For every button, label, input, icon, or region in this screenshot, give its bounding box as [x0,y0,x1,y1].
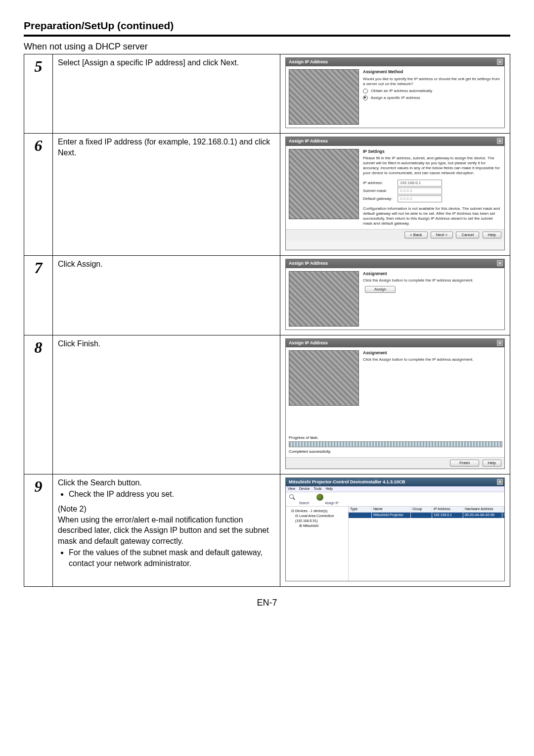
step-instruction: Click the Search button. Check the IP ad… [53,474,280,587]
dialog-title-bar: Assign IP Address × [286,259,504,268]
grid-header: Type Name Group IP Address Hardware Addr… [349,507,504,513]
device-grid: Type Name Group IP Address Hardware Addr… [349,507,504,581]
search-icon[interactable] [289,494,296,501]
dialog-title: Assign IP Address [289,261,328,266]
step-screenshot: Mitsubishi Projector-Control DeviceInsta… [280,474,510,587]
tree-leaf-label: Mitsubishi [303,524,318,527]
col-type[interactable]: Type [349,507,372,512]
config-note: Configuration information is not availab… [363,206,501,226]
default-gateway-input[interactable]: 0.0.0.0 [398,195,442,202]
dialog-button-row: < Back Next > Cancel Help [286,229,504,240]
menu-view[interactable]: View [288,487,295,490]
cell-name: Mitsubishi Projector [372,513,411,518]
assign-ip-dialog: Assign IP Address × Assignment Method Wo… [285,57,505,128]
step-number: 6 [24,134,53,256]
note-label: (Note 2) [58,505,87,513]
col-status[interactable]: Status [502,507,504,512]
menu-help[interactable]: Help [326,487,333,490]
step-screenshot: Assign IP Address × IP Settings Please f… [280,134,510,256]
close-icon[interactable]: × [497,479,503,485]
step-screenshot: Assign IP Address × Assignment Method Wo… [280,54,510,134]
step-row: 8 Click Finish. Assign IP Address × Assi… [24,335,510,474]
col-mac[interactable]: Hardware Address [463,507,502,512]
step-row: 6 Enter a fixed IP address (for example,… [24,134,510,256]
menu-bar: View Device Tools Help [286,486,504,492]
tree-lan-node[interactable]: ⊟ Local Area Connection (192.168.0.51) [287,514,347,523]
ip-address-input[interactable]: 192.168.0.1 [398,180,442,187]
progress-label: Progress of task: [289,435,501,440]
tree-lan-label: Local Area Connection (192.168.0.51) [295,514,334,522]
help-button[interactable]: Help [483,460,501,467]
step-instruction: Click Assign. [53,256,280,335]
radio-label: Obtain an IP address automatically [371,89,432,93]
close-icon[interactable]: × [497,138,503,144]
assign-ip-dialog: Assign IP Address × IP Settings Please f… [285,137,505,250]
step-screenshot: Assign IP Address × Assignment Click the… [280,256,510,335]
menu-tools[interactable]: Tools [313,487,321,490]
assign-ip-label: Assign IP [323,494,340,505]
step-row: 5 Select [Assign a specific IP address] … [24,54,510,134]
assign-ip-dialog: Assign IP Address × Assignment Click the… [285,259,505,330]
prompt-text: Would you like to specify the IP address… [363,77,501,87]
ip-address-field: IP address: 192.168.0.1 [363,180,501,187]
close-icon[interactable]: × [497,260,503,266]
radio-icon [363,89,368,94]
toolbar: Search Assign IP [286,492,504,507]
menu-device[interactable]: Device [299,487,310,490]
section-heading: IP Settings [363,149,501,154]
grid-row[interactable]: Mitsubishi Projector 192.168.0.1 00-20-4… [349,513,504,518]
next-button[interactable]: Next > [431,232,453,238]
section-heading: Assignment [363,350,501,356]
instruction-bullet: For the values of the subnet mask and de… [69,547,275,568]
wizard-illustration [289,69,359,125]
instruction-bullet: Check the IP address you set. [69,489,275,500]
radio-auto[interactable]: Obtain an IP address automatically [363,89,501,94]
page-number: EN-7 [24,598,510,608]
page-title: Preparation/SetUp (continued) [24,20,510,32]
assign-ip-dialog: Assign IP Address × Assignment Click the… [285,338,505,469]
prompt-text: Please fill in the IP address, subnet, a… [363,156,501,176]
step-instruction: Select [Assign a specific IP address] an… [53,54,280,134]
help-button[interactable]: Help [483,232,501,238]
prompt-text: Click the Assign button to complete the … [363,278,501,283]
step-screenshot: Assign IP Address × Assignment Click the… [280,335,510,474]
prompt-text: Click the Assign button to complete the … [363,357,501,362]
cell-status: Online [502,513,504,518]
finish-button[interactable]: Finish [450,460,479,467]
instruction-main: Click the Search button. [58,478,142,487]
progress-bar [289,441,502,447]
subnet-mask-field: Subnet mask: 0.0.0.0 [363,188,501,194]
dialog-title-bar: Assign IP Address × [286,339,504,347]
subnet-mask-input[interactable]: 0.0.0.0 [398,188,442,194]
dialog-button-row: Finish Help [286,457,504,469]
dialog-title-bar: Assign IP Address × [286,137,504,145]
col-group[interactable]: Group [411,507,432,512]
step-instruction: Enter a fixed IP address (for example, 1… [53,134,280,256]
window-title: Mitsubishi Projector-Control DeviceInsta… [289,479,405,484]
close-icon[interactable]: × [497,59,503,65]
step-number: 9 [24,474,53,587]
assign-button[interactable]: Assign [365,286,396,293]
tree-root[interactable]: ⊟ Devices - 1 device(s) [287,509,347,514]
tree-leaf-node[interactable]: ⊞ Mitsubishi [287,523,347,528]
col-name[interactable]: Name [372,507,411,512]
col-ip[interactable]: IP Address [432,507,463,512]
wizard-illustration [289,271,359,327]
section-heading: Assignment [363,271,501,277]
completion-text: Completed successfully. [289,449,501,454]
dialog-title: Assign IP Address [289,139,328,143]
radio-icon [363,95,368,100]
step-instruction: Click Finish. [53,335,280,474]
cell-type [349,513,372,518]
back-button[interactable]: < Back [404,232,428,238]
cell-mac: 00-20-4A-8A-82-66 [463,513,502,518]
step-number: 5 [24,54,53,134]
device-installer-window: Mitsubishi Projector-Control DeviceInsta… [285,477,505,582]
radio-manual[interactable]: Assign a specific IP address [363,95,501,100]
dialog-title: Assign IP Address [289,59,328,64]
step-number: 7 [24,256,53,335]
assign-ip-icon[interactable] [316,494,323,501]
close-icon[interactable]: × [497,340,503,346]
title-rule [24,35,510,37]
cancel-button[interactable]: Cancel [456,232,479,238]
